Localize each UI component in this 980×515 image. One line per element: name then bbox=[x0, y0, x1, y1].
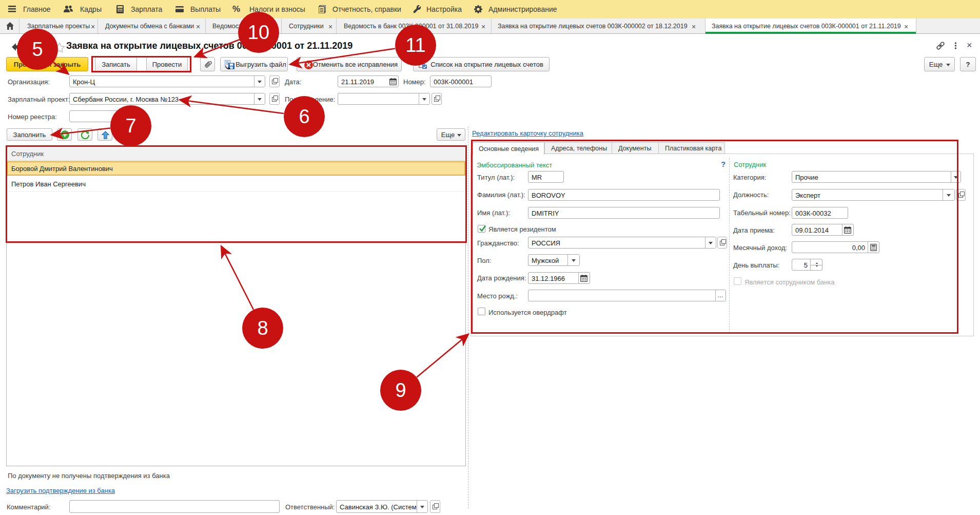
svg-text:10: 10 bbox=[248, 22, 269, 43]
svg-text:7: 7 bbox=[125, 115, 136, 137]
svg-text:11: 11 bbox=[405, 34, 425, 56]
svg-text:5: 5 bbox=[32, 39, 43, 60]
svg-text:6: 6 bbox=[299, 106, 309, 127]
svg-text:9: 9 bbox=[395, 379, 406, 401]
svg-text:8: 8 bbox=[257, 317, 268, 339]
